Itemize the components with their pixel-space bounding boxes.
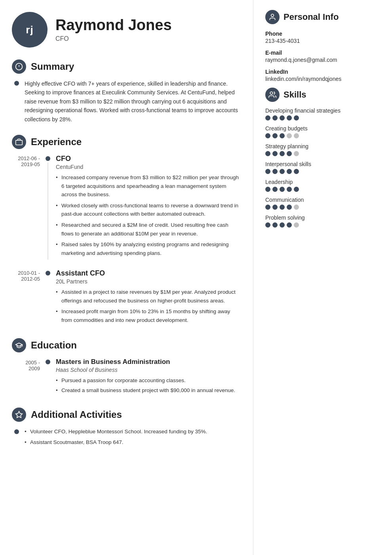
exp-job-title-1: Assistant CFO (56, 269, 241, 278)
skill-dot-0-1 (272, 115, 278, 121)
skill-dot-6-2 (280, 222, 285, 228)
skill-dot-3-3 (287, 169, 292, 174)
avatar: rj (12, 12, 48, 48)
exp-body-1: Assistant CFO 20L Partners Assisted in a… (56, 269, 241, 327)
edu-dot-wrap-0 (46, 358, 50, 396)
edu-date-0: 2005 -2009 (12, 358, 46, 396)
education-header: Education (12, 338, 241, 352)
job-title: CFO (55, 35, 172, 42)
exp-company-0: CentuFund (56, 164, 241, 170)
skill-dot-6-0 (265, 222, 270, 228)
linkedin-value: linkedin.com/in/raymondqjones (265, 76, 380, 82)
skill-dot-6-3 (287, 222, 292, 228)
skill-dots-0 (265, 115, 380, 121)
skill-dot-2-1 (272, 151, 278, 156)
summary-section: Summary Highly effective CFO with 7+ yea… (12, 59, 241, 124)
exp-bullet-1-1: Increased profit margin from 10% to 23% … (56, 307, 241, 324)
exp-bullet-0-1: Worked closely with cross-functional tea… (56, 201, 241, 218)
experience-entry-1: 2010-01 -2012-05 Assistant CFO 20L Partn… (12, 269, 241, 327)
summary-bullet (14, 81, 19, 86)
svg-rect-3 (16, 140, 23, 145)
education-section: Education 2005 -2009 Masters in Business… (12, 338, 241, 396)
experience-header: Experience (12, 135, 241, 149)
skill-row-2: Strategy planning (265, 143, 380, 156)
education-icon (12, 338, 26, 352)
svg-marker-4 (16, 411, 23, 418)
edu-bullet-0-0: Pursued a passion for corporate accounti… (56, 376, 235, 385)
activities-header: Additional Activities (12, 408, 241, 422)
skill-dot-6-1 (272, 222, 278, 228)
skill-dot-3-4 (294, 169, 299, 174)
skill-dot-4-4 (294, 187, 299, 192)
skill-dots-2 (265, 151, 380, 156)
skill-dot-1-1 (272, 133, 278, 138)
header-text: Raymond Jones CFO (55, 17, 172, 42)
summary-icon (12, 59, 26, 74)
experience-section: Experience 2012-06 -2019-05 CFO CentuFun… (12, 135, 241, 327)
exp-job-title-0: CFO (56, 155, 241, 163)
skill-dot-1-3 (287, 133, 292, 138)
skill-name-4: Leadership (265, 179, 380, 185)
skill-dot-2-4 (294, 151, 299, 156)
skill-dot-6-4 (294, 222, 299, 228)
skill-dot-5-4 (294, 205, 299, 210)
exp-bullets-0: Increased company revenue from $3 millio… (56, 173, 241, 257)
skill-row-5: Communication (265, 197, 380, 210)
skill-dot-1-4 (294, 133, 299, 138)
skill-dot-3-0 (265, 169, 270, 174)
skill-dot-3-2 (280, 169, 285, 174)
full-name: Raymond Jones (55, 17, 172, 34)
exp-bullet-0-2: Researched and secured a $2M line of cre… (56, 221, 241, 238)
skill-dot-1-0 (265, 133, 270, 138)
edu-school-0: Haas School of Business (56, 367, 235, 373)
activities-bullets: Volunteer CFO, Heppleblue Montessori Sch… (25, 427, 207, 449)
experience-title: Experience (31, 136, 82, 147)
personal-info-title: Personal Info (284, 12, 339, 22)
summary-title: Summary (31, 61, 74, 72)
skill-dot-5-2 (280, 205, 285, 210)
resume-container: rj Raymond Jones CFO Summary (0, 0, 392, 555)
left-column: rj Raymond Jones CFO Summary (0, 0, 253, 555)
exp-body-0: CFO CentuFund Increased company revenue … (56, 155, 241, 260)
skill-name-1: Creating budgets (265, 125, 380, 132)
experience-entry-0: 2012-06 -2019-05 CFO CentuFund Increased… (12, 155, 241, 260)
svg-point-5 (271, 14, 274, 17)
activity-bullet-0: Volunteer CFO, Heppleblue Montessori Sch… (25, 427, 207, 436)
skill-dot-0-4 (294, 115, 299, 121)
skill-row-4: Leadership (265, 179, 380, 192)
edu-bullets-0: Pursued a passion for corporate accounti… (56, 376, 235, 395)
exp-dot-1 (46, 271, 50, 276)
svg-point-6 (270, 92, 273, 95)
experience-icon (12, 135, 26, 149)
skill-dot-4-1 (272, 187, 278, 192)
skill-dot-5-3 (287, 205, 292, 210)
exp-bullet-1-0: Assisted in a project to raise revenues … (56, 288, 241, 305)
skill-dot-4-0 (265, 187, 270, 192)
summary-text: Highly effective CFO with 7+ years of ex… (25, 79, 241, 124)
activities-title: Additional Activities (31, 409, 122, 420)
skill-dot-0-2 (280, 115, 285, 121)
avatar-initials: rj (26, 24, 33, 36)
edu-bullet-0-1: Created a small business student project… (56, 386, 235, 395)
skill-row-0: Developing financial strategies (265, 107, 380, 121)
skill-dots-1 (265, 133, 380, 138)
skills-title: Skills (284, 90, 306, 100)
skill-dot-3-1 (272, 169, 278, 174)
summary-content: Highly effective CFO with 7+ years of ex… (12, 79, 241, 124)
activity-bullet-1: Assistant Scoutmaster, BSA Troop 647. (25, 438, 207, 447)
skills-icon (265, 88, 280, 102)
activities-dot (14, 429, 19, 434)
skill-name-5: Communication (265, 197, 380, 203)
skill-dot-0-3 (287, 115, 292, 121)
edu-dot-0 (46, 360, 50, 364)
exp-date-0: 2012-06 -2019-05 (12, 155, 46, 260)
activities-entry: Volunteer CFO, Heppleblue Montessori Sch… (12, 427, 241, 449)
skill-dot-5-0 (265, 205, 270, 210)
edu-body-0: Masters in Business Administration Haas … (56, 358, 235, 396)
exp-date-1: 2010-01 -2012-05 (12, 269, 46, 327)
skill-dot-0-0 (265, 115, 270, 121)
skill-dot-4-3 (287, 187, 292, 192)
timeline-line-0 (48, 163, 48, 260)
skills-header: Skills (265, 88, 380, 102)
info-phone: Phone 213-435-4031 (265, 31, 380, 44)
